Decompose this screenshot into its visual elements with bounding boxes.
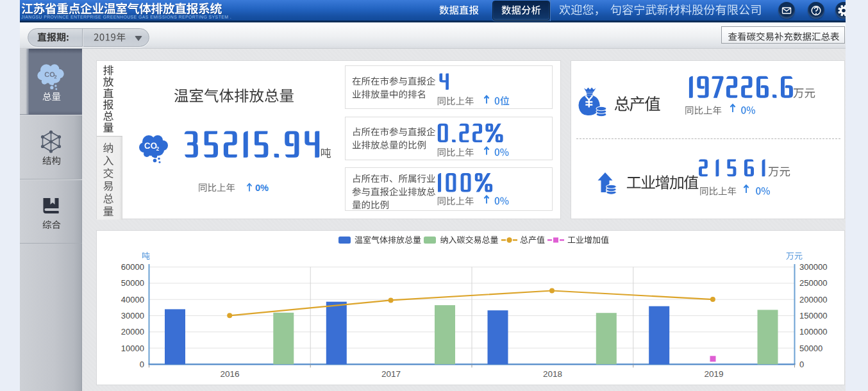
svg-text:2016: 2016 bbox=[220, 369, 239, 379]
svg-text:2018: 2018 bbox=[543, 369, 562, 379]
svg-text:40000: 40000 bbox=[121, 295, 144, 304]
svg-text:100000: 100000 bbox=[799, 327, 827, 337]
svg-text:20000: 20000 bbox=[121, 327, 144, 337]
svg-text:250000: 250000 bbox=[799, 278, 827, 288]
svg-text:2019: 2019 bbox=[705, 369, 724, 379]
svg-text:150000: 150000 bbox=[799, 311, 827, 320]
svg-text:30000: 30000 bbox=[121, 311, 144, 320]
svg-text:300000: 300000 bbox=[799, 262, 827, 272]
svg-text:60000: 60000 bbox=[121, 262, 144, 272]
svg-text:50000: 50000 bbox=[799, 344, 822, 353]
svg-text:50000: 50000 bbox=[121, 278, 144, 288]
svg-text:0: 0 bbox=[799, 360, 804, 369]
svg-text:10000: 10000 bbox=[121, 344, 144, 353]
svg-text:200000: 200000 bbox=[799, 295, 827, 304]
svg-text:2017: 2017 bbox=[381, 369, 401, 379]
svg-text:0: 0 bbox=[140, 360, 144, 369]
